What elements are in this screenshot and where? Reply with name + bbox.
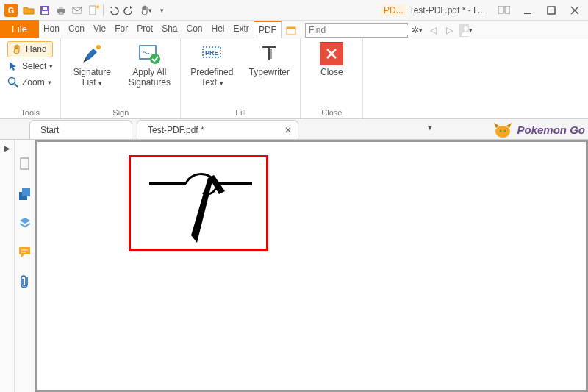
doc-tab-file[interactable]: Test-PDF.pdf * ✕: [137, 120, 298, 139]
svg-rect-9: [498, 6, 503, 13]
zoom-icon: [7, 76, 19, 88]
window-controls: [495, 3, 584, 18]
file-menu-tab[interactable]: File: [0, 20, 39, 38]
document-canvas[interactable]: [35, 140, 588, 392]
find-box[interactable]: [305, 23, 408, 38]
svg-rect-5: [59, 12, 63, 14]
maximize-button[interactable]: [542, 3, 560, 18]
open-icon[interactable]: [22, 4, 35, 17]
work-area: ▶: [0, 140, 588, 392]
apply-signatures-icon: [137, 41, 162, 66]
ribbon-tab-convert[interactable]: Con: [64, 20, 89, 38]
email-icon[interactable]: [71, 4, 84, 17]
find-input[interactable]: [309, 25, 419, 35]
title-doc-badge: PD...: [381, 4, 406, 16]
doc-tab-file-label: Test-PDF.pdf *: [148, 125, 204, 135]
ribbon-tab-share[interactable]: Sha: [157, 20, 182, 38]
svg-rect-37: [19, 247, 30, 254]
svg-rect-16: [287, 27, 295, 29]
promo-banner[interactable]: Pokemon Go: [492, 121, 585, 138]
ribbon-tab-connect[interactable]: Con: [182, 20, 207, 38]
find-next-icon[interactable]: ▷: [443, 24, 456, 37]
find-area: ✲▾ ◁ ▷ ▾: [305, 23, 473, 38]
close-tab-button[interactable]: Close: [308, 41, 355, 78]
signature-pen-icon: [79, 41, 104, 66]
predefined-text-icon: PRE: [199, 41, 224, 66]
svg-rect-12: [548, 7, 555, 14]
hand-icon: [11, 43, 23, 55]
find-settings-icon[interactable]: ✲▾: [411, 24, 424, 37]
ribbon-tab-protect[interactable]: Prot: [132, 20, 157, 38]
group-tools: Hand Select▾ Zoom▾ Tools: [0, 38, 61, 118]
navigation-panel: [15, 140, 35, 392]
title-documents: PD... Test-PDF.pdf * - F...: [381, 4, 485, 16]
ribbon-tab-form[interactable]: For: [110, 20, 132, 38]
titlebar: G ✦ ▾ ▾ PD... Test-PDF.pdf * - F...: [0, 0, 588, 21]
comments-panel-icon[interactable]: [18, 246, 32, 259]
signature-list-button[interactable]: Signature List ▾: [68, 41, 115, 88]
zoom-tool[interactable]: Zoom▾: [7, 75, 53, 90]
quick-access-toolbar: ✦ ▾ ▾: [22, 4, 168, 17]
predefined-text-button[interactable]: PRE Predefined Text ▾: [188, 41, 235, 88]
svg-point-32: [500, 130, 502, 132]
doc-tab-start[interactable]: Start: [29, 120, 132, 139]
svg-rect-4: [59, 7, 63, 9]
group-fill: PRE Predefined Text ▾ Typewriter Fill: [181, 38, 301, 118]
bookmarks-panel-icon[interactable]: [18, 187, 32, 200]
pages-panel-icon[interactable]: [18, 157, 32, 171]
print-icon[interactable]: [54, 4, 68, 17]
hand-tool[interactable]: Hand: [7, 41, 53, 57]
attachments-panel-icon[interactable]: [18, 275, 32, 288]
group-close-label: Close: [308, 108, 355, 117]
select-icon: [7, 60, 19, 72]
ribbon-tab-help[interactable]: Hel: [207, 20, 229, 38]
doc-tabs-dropdown-icon[interactable]: ▼: [426, 124, 434, 132]
svg-point-31: [495, 126, 510, 138]
select-label: Select: [22, 61, 46, 71]
group-sign-label: Sign: [68, 108, 173, 117]
redo-icon[interactable]: [123, 4, 136, 17]
svg-point-33: [504, 130, 506, 132]
select-tool[interactable]: Select▾: [7, 59, 53, 74]
find-prev-icon[interactable]: ◁: [427, 24, 440, 37]
save-icon[interactable]: [38, 4, 51, 17]
promo-mascot-icon: [492, 121, 514, 138]
apply-all-signatures-button[interactable]: Apply All Signatures: [126, 41, 173, 88]
layers-panel-icon[interactable]: [18, 216, 32, 229]
group-tools-label: Tools: [7, 108, 53, 117]
group-close: Close Close: [301, 38, 363, 118]
ribbon-tab-home[interactable]: Hon: [39, 20, 64, 38]
ribbon-tab-extras[interactable]: Extr: [229, 20, 254, 38]
dual-window-icon[interactable]: [495, 3, 513, 18]
close-x-icon: [320, 42, 343, 65]
doc-tab-start-label: Start: [40, 125, 59, 135]
typewriter-button[interactable]: Typewriter: [245, 41, 293, 78]
doc-tab-close-icon[interactable]: ✕: [284, 125, 292, 135]
ribbon-tab-pdf-sign[interactable]: PDF: [254, 21, 282, 38]
svg-point-25: [150, 54, 160, 64]
group-fill-label: Fill: [188, 108, 293, 117]
hand-label: Hand: [26, 44, 47, 54]
svg-text:✦: ✦: [95, 4, 99, 11]
typewriter-icon: [257, 41, 282, 66]
qat-more-icon[interactable]: ▾: [155, 4, 168, 17]
new-doc-icon[interactable]: ✦: [87, 4, 100, 17]
close-window-button[interactable]: [566, 3, 584, 18]
group-sign: Signature List ▾ Apply All Signatures Si…: [61, 38, 181, 118]
undo-icon[interactable]: [107, 4, 120, 17]
tabs-home-icon[interactable]: [284, 24, 298, 38]
svg-rect-36: [22, 188, 30, 196]
hand-cursor-icon[interactable]: ▾: [139, 4, 152, 17]
ribbon-body: Hand Select▾ Zoom▾ Tools Signature List …: [0, 38, 588, 119]
zoom-label: Zoom: [22, 77, 45, 88]
app-corner-icon[interactable]: G: [4, 4, 18, 17]
svg-rect-2: [43, 7, 47, 10]
svg-point-20: [464, 26, 468, 31]
pdf-page: [37, 141, 587, 391]
user-avatar-icon[interactable]: ▾: [459, 24, 473, 37]
signature-glyph-icon: [146, 162, 256, 249]
ribbon-tab-view[interactable]: Vie: [89, 20, 110, 38]
minimize-button[interactable]: [519, 3, 537, 18]
signature-annotation-box[interactable]: [129, 155, 268, 251]
gutter-collapse[interactable]: ▶: [0, 140, 15, 392]
